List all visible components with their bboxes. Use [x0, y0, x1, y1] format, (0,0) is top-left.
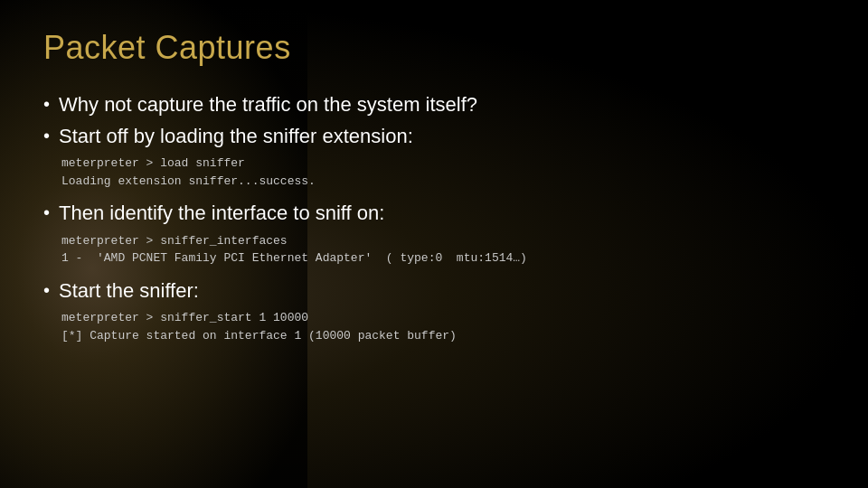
bullet-text-4: Start the sniffer:: [59, 278, 199, 305]
bullet-dot-1: •: [43, 92, 50, 116]
page-title: Packet Captures: [43, 29, 825, 67]
code-block-2: meterpreter > sniffer_interfaces 1 - 'AM…: [61, 232, 825, 267]
bullet-text-1: Why not capture the traffic on the syste…: [59, 92, 477, 118]
bullet-dot-4: •: [43, 278, 50, 302]
bullet-item-4: • Start the sniffer:: [43, 278, 825, 305]
bullet-text-2: Start off by loading the sniffer extensi…: [59, 124, 413, 150]
bullet-dot-2: •: [43, 124, 50, 147]
bullet-list: • Why not capture the traffic on the sys…: [43, 92, 825, 344]
bullet-item-2: • Start off by loading the sniffer exten…: [43, 124, 825, 150]
code-block-3: meterpreter > sniffer_start 1 10000 [*] …: [61, 309, 825, 344]
slide-content: Packet Captures • Why not capture the tr…: [0, 0, 868, 384]
bullet-dot-3: •: [43, 201, 50, 224]
bullet-item-1: • Why not capture the traffic on the sys…: [43, 92, 825, 118]
bullet-text-3: Then identify the interface to sniff on:: [59, 201, 384, 227]
bullet-item-3: • Then identify the interface to sniff o…: [43, 201, 825, 227]
code-block-1: meterpreter > load sniffer Loading exten…: [61, 155, 825, 190]
